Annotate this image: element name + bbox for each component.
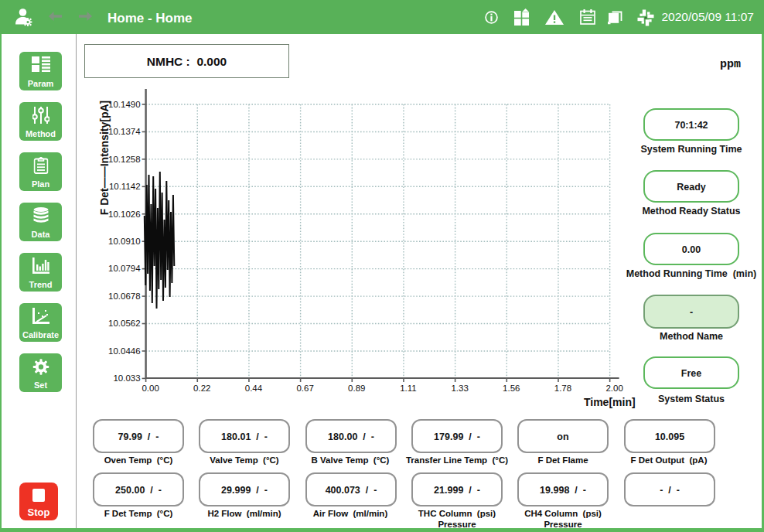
svg-text:0.00: 0.00 xyxy=(142,384,159,393)
svg-text:10.033: 10.033 xyxy=(113,373,140,383)
svg-text:10.1142: 10.1142 xyxy=(109,182,141,191)
svg-text:10.0446: 10.0446 xyxy=(108,346,141,356)
svg-text:10.0910: 10.0910 xyxy=(108,237,141,246)
svg-text:0.44: 0.44 xyxy=(245,384,263,393)
svg-text:0.67: 0.67 xyxy=(296,384,313,393)
svg-text:0.89: 0.89 xyxy=(348,384,365,393)
svg-text:2.00: 2.00 xyxy=(605,384,622,393)
svg-text:0.22: 0.22 xyxy=(193,384,210,393)
svg-text:1.33: 1.33 xyxy=(451,384,468,393)
svg-text:10.0562: 10.0562 xyxy=(108,319,141,328)
svg-text:1.78: 1.78 xyxy=(554,384,571,393)
svg-text:10.1258: 10.1258 xyxy=(108,155,141,164)
svg-text:10.1374: 10.1374 xyxy=(108,127,141,136)
svg-text:10.0678: 10.0678 xyxy=(108,292,141,301)
svg-text:1.56: 1.56 xyxy=(503,384,520,393)
svg-text:1.11: 1.11 xyxy=(400,384,417,393)
svg-text:10.1490: 10.1490 xyxy=(108,100,141,109)
svg-text:10.1026: 10.1026 xyxy=(108,210,141,219)
svg-text:10.0794: 10.0794 xyxy=(108,264,141,273)
svg-text:F Det——Intensity[pA]: F Det——Intensity[pA] xyxy=(98,101,111,216)
